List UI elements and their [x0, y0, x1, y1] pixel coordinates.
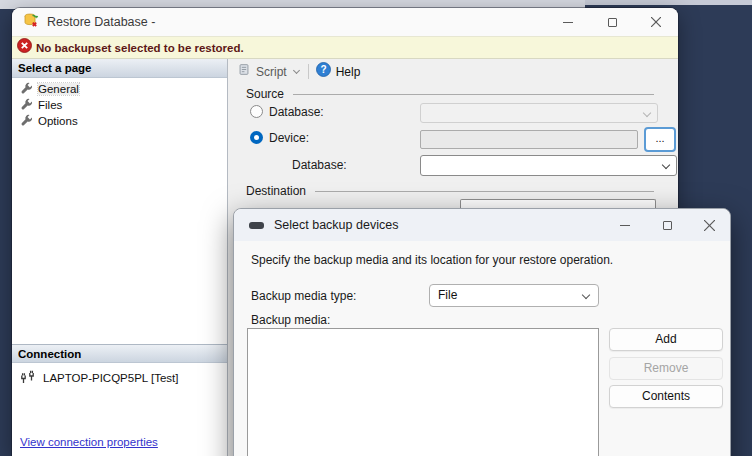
destination-divider [315, 191, 654, 192]
source-legend: Source [246, 87, 284, 101]
database-radio[interactable] [250, 105, 263, 118]
toolbar-separator [308, 64, 309, 79]
restore-database-icon [23, 12, 39, 32]
chevron-down-icon [643, 109, 651, 117]
database-radio-label: Database: [269, 105, 324, 119]
remove-button[interactable]: Remove [609, 357, 723, 380]
select-a-page-header: Select a page [12, 59, 227, 78]
wrench-icon [20, 114, 33, 129]
select-backup-devices-dialog: Select backup devices Specify the backup… [233, 208, 731, 456]
background-window-edge-right [585, 0, 752, 5]
dialog-title: Select backup devices [274, 218, 604, 232]
backup-media-type-label: Backup media type: [251, 289, 356, 303]
desktop: Restore Database - No backupset selected… [0, 0, 752, 456]
device-radio-label: Device: [269, 131, 309, 145]
dialog-close-icon[interactable] [688, 209, 730, 241]
error-icon [17, 38, 32, 57]
browse-devices-button[interactable]: ... [644, 127, 676, 152]
dialog-instruction: Specify the backup media and its locatio… [251, 253, 613, 267]
close-icon[interactable] [634, 8, 678, 36]
view-connection-properties-link[interactable]: View connection properties [20, 436, 158, 448]
dialog-titlebar[interactable]: Select backup devices [234, 209, 730, 241]
wrench-icon [20, 82, 33, 97]
destination-legend: Destination [246, 184, 306, 198]
sidebar-item-label: Files [38, 99, 62, 111]
connection-icon [20, 370, 37, 386]
backup-media-label: Backup media: [251, 313, 330, 327]
minimize-icon[interactable] [546, 8, 590, 36]
window-title: Restore Database - [47, 15, 546, 29]
device-path-input[interactable] [420, 130, 638, 149]
sidebar-item-general[interactable]: General [12, 81, 227, 97]
connection-server: LAPTOP-PICQP5PL [Test] [20, 370, 179, 386]
server-name: LAPTOP-PICQP5PL [Test] [43, 372, 179, 384]
chevron-down-icon [582, 291, 590, 299]
sidebar-item-files[interactable]: Files [12, 97, 227, 113]
add-button[interactable]: Add [609, 328, 723, 351]
script-button[interactable]: Script [256, 65, 287, 79]
warning-banner: No backupset selected to be restored. [12, 36, 678, 59]
chevron-down-icon [662, 161, 670, 169]
sidebar-item-label: Options [38, 115, 78, 127]
help-button[interactable]: Help [336, 65, 361, 79]
destination-database-field-partial [460, 199, 656, 208]
script-icon [237, 62, 251, 81]
connection-header: Connection [12, 344, 227, 363]
source-database2-label: Database: [292, 158, 347, 172]
wrench-icon [20, 98, 33, 113]
toolbar: Script ? Help [229, 59, 678, 84]
backup-media-listbox[interactable] [247, 328, 599, 456]
restore-database-dropdown[interactable] [420, 155, 677, 176]
svg-text:?: ? [320, 64, 326, 75]
sidebar-item-options[interactable]: Options [12, 113, 227, 129]
help-icon: ? [316, 62, 331, 81]
backup-media-type-dropdown[interactable]: File [429, 284, 599, 307]
source-database-dropdown [420, 103, 658, 123]
warning-text: No backupset selected to be restored. [36, 42, 244, 54]
contents-button[interactable]: Contents [609, 385, 723, 408]
page-list: General Files Options [12, 78, 227, 129]
maximize-icon[interactable] [590, 8, 634, 36]
source-divider [293, 94, 654, 95]
script-dropdown-icon[interactable] [293, 67, 300, 74]
device-radio[interactable] [250, 131, 263, 144]
backup-media-type-value: File [438, 288, 457, 302]
backup-device-icon [249, 222, 264, 229]
sidebar-item-label: General [38, 83, 79, 95]
dialog-minimize-icon[interactable] [604, 209, 646, 241]
sidebar: Select a page General Files [12, 59, 228, 456]
restore-database-titlebar[interactable]: Restore Database - [12, 8, 678, 36]
dialog-maximize-icon[interactable] [646, 209, 688, 241]
